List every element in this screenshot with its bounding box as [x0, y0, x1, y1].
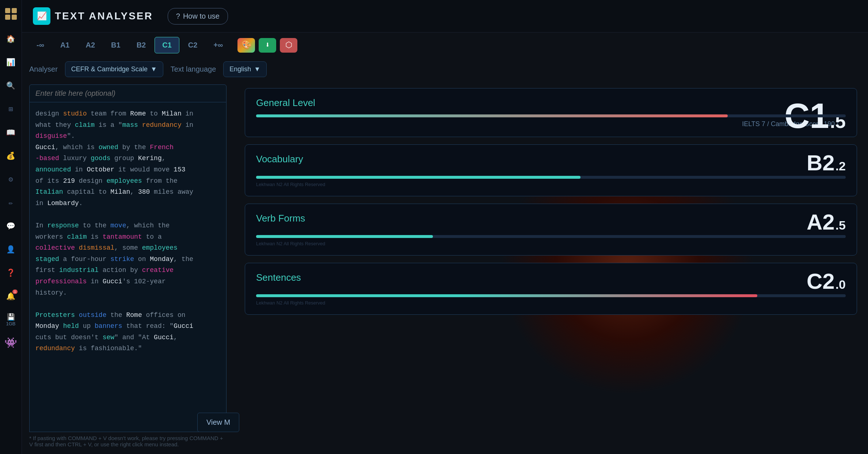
notification-badge: 1: [12, 290, 17, 294]
sentences-level-value: C2.0: [807, 269, 846, 294]
question-circle-icon: ?: [176, 12, 180, 20]
analyser-label: Analyser: [29, 65, 58, 73]
text-language-label: Text language: [171, 65, 216, 73]
storage-icon[interactable]: 💾 1GB: [4, 313, 18, 326]
sentences-bar: [256, 294, 757, 297]
app-logo: 📈 TEXT ANALYSER: [33, 7, 153, 25]
vocabulary-progress: [256, 176, 846, 179]
vocabulary-bar: [256, 176, 580, 179]
palette-button[interactable]: 🎨: [237, 38, 255, 53]
avatar-icon[interactable]: 👾: [4, 336, 18, 349]
settings-icon[interactable]: ⚙: [4, 173, 18, 186]
chat-icon[interactable]: 💬: [4, 219, 18, 232]
tab-actions: 🎨 ⬇ ⬡: [237, 38, 297, 53]
tab-c1[interactable]: C1: [155, 37, 179, 53]
download-button[interactable]: ⬇: [259, 38, 276, 53]
tab-a2[interactable]: A2: [79, 37, 103, 53]
general-level-title: General Level: [256, 97, 846, 109]
logo-icon: 📈: [33, 7, 50, 25]
sentences-card: Sentences C2.0 Lekhwan N2 All Rights Res…: [245, 263, 857, 315]
analyser-dropdown-value: CEFR & Cambridge Scale: [71, 65, 148, 73]
language-dropdown[interactable]: English ▼: [223, 61, 267, 77]
content-area: design studio team from Rome to Milan in…: [22, 81, 868, 454]
app-title: TEXT ANALYSER: [55, 10, 153, 22]
language-value: English: [229, 65, 251, 73]
level-tabs: -∞ A1 A2 B1 B2 C1 C2 +∞ 🎨 ⬇ ⬡: [22, 33, 868, 58]
title-input[interactable]: [29, 84, 226, 102]
vocabulary-card: Vocabulary B2.2 Lekhwan N2 All Rights Re…: [245, 144, 857, 196]
home-icon[interactable]: 🏠: [4, 32, 18, 45]
general-level-progress: [256, 114, 846, 117]
results-panel: General Level C1.5 IELTS 7 / Cambridge S…: [234, 81, 868, 454]
chevron-down-icon2: ▼: [254, 65, 260, 73]
tab-a1[interactable]: A1: [53, 37, 77, 53]
vocabulary-title: Vocabulary: [256, 154, 846, 165]
tab-c2[interactable]: C2: [181, 37, 205, 53]
verb-forms-watermark: Lekhwan N2 All Rights Reserved: [256, 241, 846, 246]
sidebar-logo: [3, 6, 19, 22]
analyser-controls: Analyser CEFR & Cambridge Scale ▼ Text l…: [22, 58, 868, 81]
notification-icon[interactable]: 🔔 1: [4, 290, 18, 303]
erase-button[interactable]: ⬡: [280, 38, 297, 53]
sentences-progress: [256, 294, 846, 297]
tab-b1[interactable]: B1: [104, 37, 128, 53]
svg-rect-0: [5, 8, 10, 13]
sidebar: 🏠 📊 🔍 ⊞ 📖 💰 ⚙ ✏ 💬 👤 ❓ 🔔 1 💾 1GB 👾: [0, 0, 22, 454]
svg-rect-1: [12, 8, 17, 13]
verb-forms-level-value: A2.5: [807, 209, 846, 235]
editor-footnote: * If pasting with COMMAND + V doesn't wo…: [29, 432, 226, 450]
sentences-title: Sentences: [256, 272, 846, 283]
tab-b2[interactable]: B2: [129, 37, 153, 53]
view-button[interactable]: View M: [197, 413, 239, 432]
verb-forms-bar: [256, 235, 433, 238]
search-icon[interactable]: 🔍: [4, 79, 18, 92]
book-icon[interactable]: 📖: [4, 126, 18, 139]
tab-plus-inf[interactable]: +∞: [206, 37, 230, 53]
vocabulary-watermark: Lekhwan N2 All Rights Reserved: [256, 182, 846, 187]
question-icon[interactable]: ❓: [4, 266, 18, 279]
general-level-card: General Level C1.5 IELTS 7 / Cambridge S…: [245, 88, 857, 137]
editor-panel: design studio team from Rome to Milan in…: [22, 81, 234, 454]
general-level-bar: [256, 114, 728, 117]
verb-forms-title: Verb Forms: [256, 213, 846, 224]
general-level-score: IELTS 7 / Cambridge Score 190 / ...: [256, 120, 846, 128]
svg-rect-2: [5, 15, 10, 20]
sentences-watermark: Lekhwan N2 All Rights Reserved: [256, 300, 846, 306]
how-to-use-label: How to use: [183, 12, 220, 20]
text-editor[interactable]: design studio team from Rome to Milan in…: [29, 102, 226, 432]
svg-rect-3: [12, 15, 17, 20]
analyser-dropdown[interactable]: CEFR & Cambridge Scale ▼: [65, 61, 163, 77]
pencil-icon[interactable]: ✏: [4, 196, 18, 209]
verb-forms-card: Verb Forms A2.5 Lekhwan N2 All Rights Re…: [245, 204, 857, 256]
chart-icon[interactable]: 📊: [4, 56, 18, 69]
vocabulary-level-value: B2.2: [807, 150, 846, 175]
main-content: 📈 TEXT ANALYSER ? How to use -∞ A1 A2 B1…: [22, 0, 868, 454]
layers-icon[interactable]: ⊞: [4, 102, 18, 116]
header: 📈 TEXT ANALYSER ? How to use: [22, 0, 868, 33]
verb-forms-progress: [256, 235, 846, 238]
chevron-down-icon: ▼: [151, 65, 157, 73]
tab-minus-inf[interactable]: -∞: [29, 37, 52, 53]
user-search-icon[interactable]: 👤: [4, 243, 18, 256]
coin-icon[interactable]: 💰: [4, 149, 18, 162]
how-to-use-button[interactable]: ? How to use: [168, 8, 228, 24]
